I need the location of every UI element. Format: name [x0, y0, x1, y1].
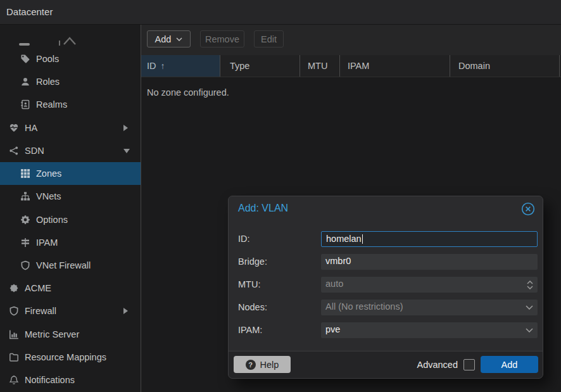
close-icon[interactable]: [521, 202, 535, 216]
remove-button-label: Remove: [205, 34, 239, 44]
chevron-down-icon: [176, 37, 182, 41]
bridge-input[interactable]: vmbr0: [321, 254, 538, 270]
sidebar-item-label: SDN: [25, 146, 44, 156]
bridge-field-label: Bridge:: [238, 254, 317, 270]
text-cursor: [362, 234, 363, 244]
ipam-select[interactable]: pve: [321, 322, 538, 338]
grid-icon: [20, 168, 30, 179]
sidebar-item-metric-server[interactable]: Metric Server: [0, 323, 141, 346]
id-input-value: homelan: [326, 234, 362, 244]
zones-table-header: ID ↑ Type MTU IPAM Domain: [141, 55, 561, 77]
sidebar-item-label: Realms: [36, 99, 67, 110]
sidebar-item-notifications[interactable]: Notifications: [0, 369, 141, 391]
expand-right-icon: [123, 125, 128, 131]
sidebar-item-roles[interactable]: Roles: [0, 70, 141, 93]
sidebar-item-realms[interactable]: Realms: [0, 93, 141, 116]
sidebar-item-acme[interactable]: ACME: [0, 277, 141, 300]
bridge-input-value: vmbr0: [325, 256, 351, 266]
help-button[interactable]: ? Help: [234, 356, 291, 373]
expand-right-icon: [123, 308, 128, 314]
sidebar-item-label: Notifications: [25, 375, 75, 385]
nodes-select[interactable]: All (No restrictions): [321, 300, 538, 315]
sidebar-item-label: Resource Mappings: [25, 352, 106, 362]
network-icon: [9, 146, 19, 156]
ipam-field-label: IPAM:: [238, 322, 317, 338]
spinner-arrows-icon[interactable]: [527, 277, 533, 293]
column-header-mtu[interactable]: MTU: [299, 55, 339, 77]
mtu-field-label: MTU:: [238, 277, 317, 293]
sidebar-item-label: VNets: [36, 191, 61, 201]
proxmox-datacenter-screen: Datacenter Pools Roles Real: [0, 0, 561, 392]
shield-icon: [9, 306, 19, 316]
question-circle-icon: ?: [246, 360, 256, 370]
edit-button[interactable]: Edit: [254, 30, 284, 47]
add-button[interactable]: Add: [147, 30, 191, 47]
column-label: ID: [147, 61, 156, 71]
heartbeat-icon: [9, 123, 19, 133]
add-button-label: Add: [155, 34, 172, 44]
sidebar-item-label: Roles: [36, 77, 60, 87]
advanced-label[interactable]: Advanced: [417, 360, 458, 370]
expand-down-icon: [123, 149, 130, 153]
column-header-type[interactable]: Type: [220, 55, 299, 77]
address-book-icon: [20, 99, 30, 110]
remove-button[interactable]: Remove: [200, 30, 244, 47]
gear-icon: [20, 215, 30, 225]
help-button-label: Help: [260, 360, 279, 370]
chevron-down-icon[interactable]: [526, 300, 533, 315]
advanced-checkbox[interactable]: [463, 359, 475, 370]
bell-icon: [9, 375, 19, 385]
sort-asc-icon: ↑: [161, 61, 165, 71]
mtu-placeholder: auto: [325, 279, 343, 289]
top-bar: Datacenter: [0, 0, 561, 25]
column-header-ipam[interactable]: IPAM: [339, 55, 450, 77]
user-icon: [20, 77, 30, 87]
sidebar-item-label: IPAM: [36, 237, 58, 248]
bar-chart-icon: [9, 329, 19, 339]
sidebar-item-sdn[interactable]: SDN: [0, 139, 141, 162]
sidebar-item-vnets[interactable]: VNets: [0, 185, 141, 208]
mtu-spinner[interactable]: auto: [321, 277, 538, 293]
add-vlan-dialog: Add: VLAN ID: homelan Bridge: vmbr0 MTU:…: [228, 196, 543, 379]
shield-icon: [20, 260, 30, 270]
submit-add-button[interactable]: Add: [481, 356, 538, 373]
sidebar-item-label: Options: [36, 215, 68, 225]
submit-add-label: Add: [501, 360, 518, 370]
sidebar-item-label: HA: [25, 123, 37, 133]
sidebar-nav: Pools Roles Realms HA SDN: [0, 25, 141, 392]
sidebar-item-options[interactable]: Options: [0, 208, 141, 231]
column-label: MTU: [308, 61, 327, 71]
nodes-field-label: Nodes:: [238, 300, 317, 315]
sidebar-item-pools[interactable]: Pools: [0, 47, 141, 70]
empty-table-message: No zone configured.: [147, 87, 229, 98]
id-input[interactable]: homelan: [321, 231, 538, 247]
column-header-domain[interactable]: Domain: [450, 55, 560, 77]
sidebar-item-label: Metric Server: [25, 329, 79, 339]
sidebar-item-label: Pools: [36, 54, 59, 64]
sidebar-item-label: VNet Firewall: [36, 260, 91, 270]
sidebar-item-label: Firewall: [25, 306, 56, 316]
sitemap-icon: [20, 191, 30, 201]
tick-mark: [59, 41, 60, 46]
sidebar-item-firewall[interactable]: Firewall: [0, 300, 141, 322]
chevron-down-icon[interactable]: [526, 322, 533, 338]
sidebar-item-zones[interactable]: Zones: [0, 162, 141, 185]
sidebar-item-resource-mappings[interactable]: Resource Mappings: [0, 346, 141, 369]
sidebar-item-ha[interactable]: HA: [0, 117, 141, 139]
id-field-label: ID:: [238, 231, 317, 247]
column-label: Domain: [458, 61, 490, 71]
sidebar-item-ipam[interactable]: IPAM: [0, 231, 141, 254]
signpost-icon: [20, 237, 30, 248]
chevron-up-icon: [63, 36, 77, 47]
edit-button-label: Edit: [261, 34, 277, 44]
nodes-placeholder: All (No restrictions): [325, 301, 403, 312]
tag-icon: [20, 54, 30, 64]
certificate-icon: [9, 283, 19, 293]
column-header-id[interactable]: ID ↑: [141, 55, 220, 77]
column-label: Type: [230, 61, 249, 71]
zones-toolbar: Add Remove Edit: [141, 25, 561, 55]
dash-icon: [19, 43, 30, 46]
sidebar-item-vnet-firewall[interactable]: VNet Firewall: [0, 254, 141, 277]
sidebar-item-label: Zones: [36, 168, 61, 179]
page-title: Datacenter: [6, 0, 53, 24]
